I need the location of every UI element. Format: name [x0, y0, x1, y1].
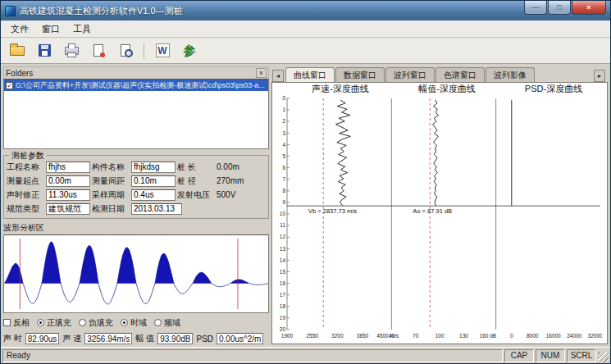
svg-text:3: 3 [282, 130, 285, 136]
svg-text:17: 17 [280, 292, 286, 298]
pile-params-rows: 工程名称fhjhs构件名称fhjkdsg桩 长0.00m测量起点0.00m测量间… [7, 160, 266, 216]
file-list-item[interactable]: ✓G:\公司产品资料+开发\测试仪器\超声仪实拍检测-极速测试\cd\ps03\… [4, 80, 268, 91]
svg-text:13: 13 [280, 246, 286, 252]
tab-色谱窗口[interactable]: 色谱窗口 [435, 67, 485, 82]
param-value: 270mm [217, 176, 256, 185]
open-button[interactable] [7, 40, 28, 61]
param-field[interactable]: fhjhs [46, 162, 90, 173]
maximize-button[interactable]: □ [548, 1, 571, 15]
folders-header: Folders × [3, 66, 269, 79]
reading-value: 82.90us [25, 333, 60, 344]
chart-title: 声速-深度曲线 [287, 83, 394, 95]
tab-scroll-left-button[interactable]: ◄ [272, 70, 284, 82]
window-title: 高铁建筑混凝土检测分析软件V1.0—测桩 [20, 5, 523, 17]
open-folder-icon [10, 46, 25, 56]
svg-text:12: 12 [280, 234, 286, 239]
param-value: 0.00m [217, 162, 256, 171]
depth-curves-plot[interactable]: 0123456789101112131415161718192019002550… [272, 95, 602, 343]
reading-label: 声 时 [3, 333, 22, 344]
param-field[interactable]: 0.10m [131, 175, 176, 187]
param-value: 500V [217, 190, 256, 199]
tab-scroll-right-button[interactable]: ► [594, 70, 605, 82]
svg-text:8000: 8000 [527, 333, 539, 339]
status-text: Ready [2, 349, 503, 362]
control-label: 负填充 [89, 317, 113, 329]
print-preview-icon [121, 44, 130, 57]
param-label: 声时修正 [7, 189, 44, 201]
print-setup-button[interactable] [88, 40, 109, 61]
params-icon: 参 [184, 44, 196, 57]
menu-bar: 文件窗口工具 [1, 20, 610, 38]
word-export-button[interactable]: W [152, 40, 173, 61]
title-bar[interactable]: 高铁建筑混凝土检测分析软件V1.0—测桩 — □ × [1, 1, 610, 20]
resize-grip[interactable] [598, 352, 609, 362]
svg-text:130: 130 [459, 333, 468, 339]
option-负填充[interactable]: 负填充 [79, 317, 113, 329]
radio-icon [37, 319, 44, 326]
minimize-button[interactable]: — [524, 1, 547, 15]
save-icon [39, 44, 51, 57]
reading-value: 0.00us^2/m [217, 333, 263, 344]
pile-param-row: 声时修正11.30us采样周期0.4us发射电压500V [7, 188, 266, 202]
param-label: 检测日期 [92, 203, 130, 215]
waveform-area-label: 波形分析区 [3, 222, 269, 234]
svg-text:8: 8 [282, 188, 285, 193]
param-label: 发射电压 [177, 189, 215, 201]
radio-icon [154, 319, 162, 326]
option-时域[interactable]: 时域 [121, 317, 147, 329]
menu-item-2[interactable]: 窗口 [35, 21, 66, 37]
tab-数据窗口[interactable]: 数据窗口 [335, 67, 385, 82]
print-icon [65, 47, 79, 55]
readings-row: 声 时82.90us声 速3256.94m/s幅 值93.90dBPSD0.00… [3, 331, 269, 346]
svg-text:24000: 24000 [567, 333, 581, 339]
svg-text:20: 20 [280, 326, 286, 332]
chart-container: 声速-深度曲线幅值-深度曲线PSD-深度曲线 01234567891011121… [271, 82, 608, 344]
invert-checkbox[interactable]: 反相 [3, 317, 30, 329]
waveform-svg [4, 235, 268, 312]
window-controls: — □ × [523, 1, 606, 15]
chart-title: PSD-深度曲线 [500, 83, 607, 95]
file-list[interactable]: ✓G:\公司产品资料+开发\测试仪器\超声仪实拍检测-极速测试\cd\ps03\… [3, 79, 269, 149]
pile-params-title: 测桩参数 [9, 150, 47, 162]
close-button[interactable]: × [572, 1, 606, 15]
menu-item-3[interactable]: 工具 [66, 21, 98, 37]
status-indicators: CAPNUMSCRL [504, 349, 596, 362]
tab-波列窗口[interactable]: 波列窗口 [385, 67, 435, 82]
param-field[interactable]: 0.4us [131, 189, 176, 201]
save-button[interactable] [34, 40, 55, 61]
param-field[interactable]: 0.00m [46, 175, 90, 187]
file-checkbox[interactable]: ✓ [6, 82, 13, 89]
svg-text:19: 19 [280, 315, 286, 321]
pile-param-row: 测量起点0.00m测量间距0.10m桩 径270mm [7, 174, 266, 188]
option-正填充[interactable]: 正填充 [37, 317, 71, 329]
status-bar: Ready CAPNUMSCRL [1, 347, 610, 363]
print-preview-button[interactable] [115, 40, 136, 61]
param-field[interactable]: 11.30us [46, 189, 90, 201]
svg-text:Vb = 2837.73 m/s: Vb = 2837.73 m/s [308, 207, 357, 215]
svg-text:9: 9 [282, 199, 285, 205]
param-label: 工程名称 [7, 162, 44, 173]
tab-曲线窗口[interactable]: 曲线窗口 [285, 67, 335, 82]
tab-bar: ◄ 曲线窗口数据窗口波列窗口色谱窗口波列影像 ► [271, 66, 608, 82]
param-field[interactable]: fhjkdsg [131, 162, 176, 173]
word-icon: W [156, 43, 170, 57]
svg-text:4: 4 [282, 142, 285, 148]
radio-icon [121, 319, 128, 326]
pile-params-group: 测桩参数 工程名称fhjhs构件名称fhjkdsg桩 长0.00m测量起点0.0… [3, 155, 269, 219]
svg-text:2550: 2550 [306, 333, 318, 339]
folders-close-button[interactable]: × [256, 68, 267, 78]
waveform-canvas[interactable] [3, 234, 269, 313]
svg-text:70: 70 [413, 333, 419, 339]
menu-item-1[interactable]: 文件 [4, 21, 35, 37]
option-频域[interactable]: 频域 [154, 317, 180, 329]
svg-text:0: 0 [510, 333, 513, 339]
params-button[interactable]: 参 [179, 40, 200, 61]
param-field[interactable]: 建筑规范 [46, 203, 90, 215]
svg-text:16: 16 [280, 280, 286, 286]
svg-text:11: 11 [280, 222, 285, 228]
param-field[interactable]: 2013.03.13 [131, 203, 182, 215]
tab-波列影像[interactable]: 波列影像 [486, 67, 535, 82]
control-label: 正填充 [47, 317, 71, 329]
print-button[interactable] [61, 40, 82, 61]
status-flag-num: NUM [536, 349, 565, 362]
